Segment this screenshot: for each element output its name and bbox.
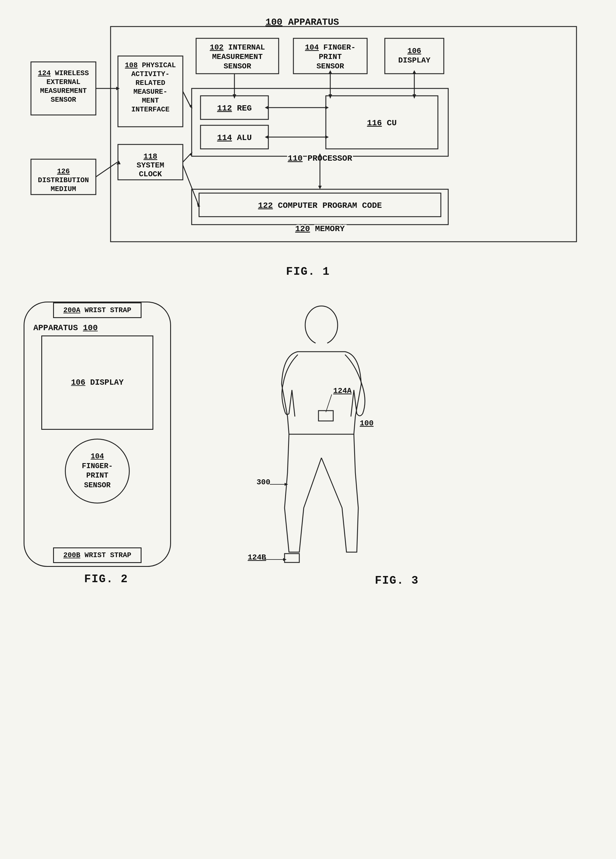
fig1-diagram: 100 APPARATUS 100 APPARATUS 102 INTERNAL…	[28, 18, 588, 278]
svg-line-60	[183, 165, 199, 205]
svg-text:INTERFACE: INTERFACE	[131, 106, 170, 114]
svg-text:SENSOR: SENSOR	[316, 62, 344, 71]
fig3-diagram: 124A 100 300 124B FIG. 3	[212, 301, 419, 587]
svg-rect-78	[285, 554, 299, 562]
svg-text:SYSTEM: SYSTEM	[136, 161, 164, 170]
svg-text:100: 100	[360, 419, 374, 428]
svg-rect-77	[319, 411, 333, 421]
wrist-strap-top: 200A WRIST STRAP	[53, 303, 142, 318]
svg-text:MENT: MENT	[142, 97, 159, 105]
wrist-strap-top-label: WRIST STRAP	[84, 306, 131, 314]
wrist-strap-bottom: 200B WRIST STRAP	[53, 547, 142, 563]
display-box: 106 DISPLAY	[41, 336, 153, 430]
svg-line-73	[96, 162, 117, 177]
svg-text:DISPLAY: DISPLAY	[398, 56, 430, 65]
svg-point-75	[305, 306, 338, 344]
device-outer: 200A WRIST STRAP APPARATUS 100 106 DISPL…	[23, 301, 171, 567]
svg-line-38	[183, 91, 191, 108]
wrist-strap-bottom-ref-underline: 200B	[63, 551, 80, 559]
apparatus-ref-underline: 100	[83, 323, 98, 333]
svg-text:MEASUREMENT: MEASUREMENT	[40, 87, 86, 95]
svg-text:RELATED: RELATED	[135, 79, 165, 87]
wrist-strap-top-ref-underline: 200A	[63, 306, 80, 314]
svg-text:DISTRIBUTION: DISTRIBUTION	[38, 176, 89, 184]
svg-text:104 FINGER-: 104 FINGER-	[305, 43, 356, 52]
fig3-svg: 124A 100 300 124B	[212, 301, 413, 567]
fig2-diagram: 200A WRIST STRAP APPARATUS 100 106 DISPL…	[23, 301, 189, 586]
svg-text:124A: 124A	[333, 386, 352, 395]
fingerprint-ref: 104	[91, 452, 104, 461]
svg-text:PRINT: PRINT	[319, 53, 341, 61]
fig2-label: FIG. 2	[23, 573, 189, 586]
fig3-label: FIG. 3	[212, 574, 419, 587]
svg-text:120 MEMORY: 120 MEMORY	[295, 224, 344, 233]
svg-text:MEASUREMENT: MEASUREMENT	[212, 53, 263, 61]
svg-text:MEASURE-: MEASURE-	[133, 88, 167, 96]
svg-text:116 CU: 116 CU	[367, 119, 397, 128]
bottom-section: 200A WRIST STRAP APPARATUS 100 106 DISPL…	[23, 301, 593, 587]
svg-text:ACTIVITY-: ACTIVITY-	[131, 70, 170, 78]
svg-text:124 WIRELESS: 124 WIRELESS	[38, 69, 89, 77]
svg-text:126: 126	[57, 167, 70, 175]
apparatus-inner-label: APPARATUS 100	[33, 323, 98, 333]
fig1-svg: 100 APPARATUS 100 APPARATUS 102 INTERNAL…	[28, 18, 588, 259]
svg-text:124B: 124B	[248, 553, 266, 562]
svg-text:MEDIUM: MEDIUM	[50, 185, 76, 193]
svg-text:SENSOR: SENSOR	[224, 62, 251, 71]
svg-text:CLOCK: CLOCK	[139, 170, 162, 179]
svg-text:EXTERNAL: EXTERNAL	[46, 78, 80, 86]
svg-text:106: 106	[407, 47, 421, 55]
display-ref: 106	[71, 378, 86, 387]
svg-text:300: 300	[256, 478, 270, 487]
display-label: DISPLAY	[90, 378, 124, 387]
device-inner: APPARATUS 100 106 DISPLAY 104FINGER-PRIN…	[25, 317, 170, 548]
svg-rect-76	[316, 343, 327, 352]
wrist-strap-top-ref: 200A	[63, 306, 80, 314]
svg-text:108 PHYSICAL: 108 PHYSICAL	[125, 61, 176, 69]
svg-text:102 INTERNAL: 102 INTERNAL	[210, 43, 265, 52]
svg-text:SENSOR: SENSOR	[50, 96, 76, 104]
svg-text:122 COMPUTER PROGRAM CODE: 122 COMPUTER PROGRAM CODE	[258, 201, 381, 210]
svg-text:112 REG: 112 REG	[217, 104, 252, 113]
svg-text:114 ALU: 114 ALU	[217, 133, 252, 142]
svg-text:118: 118	[143, 152, 157, 161]
wrist-strap-bottom-label: WRIST STRAP	[84, 551, 131, 559]
wrist-strap-bottom-ref: 200B	[63, 551, 80, 559]
fig1-label: FIG. 1	[28, 265, 588, 278]
svg-text:100 APPARATUS: 100 APPARATUS	[266, 18, 339, 28]
fingerprint-circle: 104FINGER-PRINTSENSOR	[65, 439, 130, 503]
svg-line-80	[326, 394, 332, 412]
svg-marker-54	[318, 186, 322, 189]
